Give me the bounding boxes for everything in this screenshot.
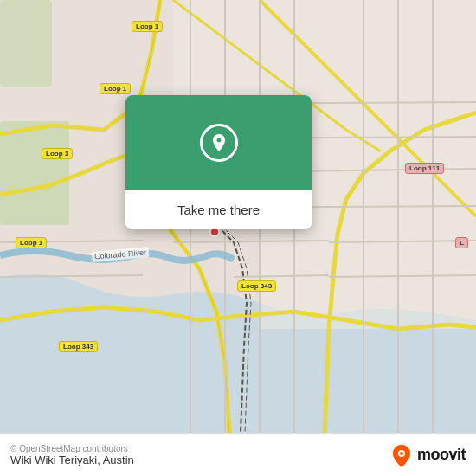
osm-credit: © OpenStreetMap contributors <box>10 444 134 453</box>
highway-shield-loop1-mid: Loop 1 <box>100 83 131 94</box>
place-name: Wiki Wiki Teriyaki, Austin <box>10 453 134 466</box>
moovit-pin-icon <box>389 443 414 467</box>
highway-shield-loop1-bottom: Loop 1 <box>16 237 47 248</box>
popup-map-area <box>125 95 312 190</box>
highway-shield-loop1-top: Loop 1 <box>132 21 163 32</box>
moovit-logo: moovit <box>389 443 466 467</box>
svg-point-8 <box>400 452 403 455</box>
bottom-left-info: © OpenStreetMap contributors Wiki Wiki T… <box>10 444 134 466</box>
highway-shield-loop111: Loop 111 <box>405 163 444 174</box>
bottom-bar: © OpenStreetMap contributors Wiki Wiki T… <box>0 433 476 476</box>
take-me-there-button[interactable]: Take me there <box>125 190 312 229</box>
highway-shield-loop-r: L <box>455 237 468 248</box>
svg-rect-2 <box>0 0 52 87</box>
highway-shield-loop343-mid: Loop 343 <box>237 280 276 292</box>
svg-rect-1 <box>0 121 69 225</box>
moovit-brand-text: moovit <box>417 446 466 464</box>
location-pin-icon <box>200 124 238 162</box>
highway-shield-loop1-left: Loop 1 <box>42 148 73 159</box>
map-pin-svg <box>209 132 229 153</box>
highway-shield-loop343-bl: Loop 343 <box>59 341 98 352</box>
popup-card: Take me there <box>125 95 312 229</box>
map-container: Loop 1 Loop 1 Loop 1 Loop 1 Loop 111 Loo… <box>0 0 476 433</box>
